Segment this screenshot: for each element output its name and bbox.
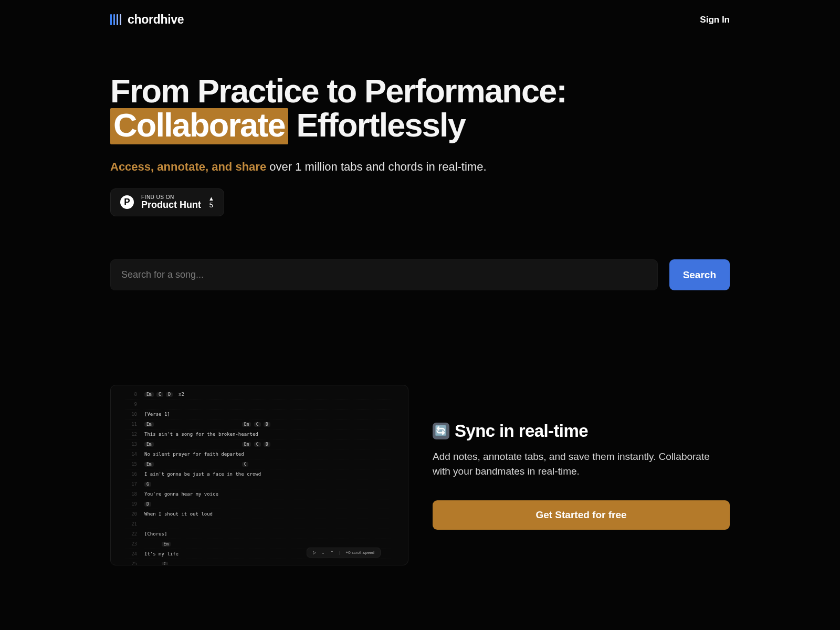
chord-badge: C: [254, 422, 261, 427]
chord-badge: C: [254, 442, 261, 447]
hero-after-highlight: Effortlessly: [288, 107, 465, 143]
hero: From Practice to Performance: Collaborat…: [110, 39, 730, 290]
line-content: Em Em C D: [144, 422, 273, 427]
line-content: [Verse 1]: [144, 412, 170, 417]
line-number: 16: [125, 471, 137, 477]
chord-badge: D: [144, 502, 151, 507]
line-content: Em C D x2: [144, 392, 184, 397]
hero-heading: From Practice to Performance: Collaborat…: [110, 74, 730, 144]
line-number: 20: [125, 511, 137, 517]
editor-line: 20When I shout it out loud: [125, 509, 393, 519]
hero-sub-accent: Access, annotate, and share: [110, 160, 266, 173]
search-input[interactable]: [110, 259, 658, 290]
chord-badge: Em: [144, 442, 154, 447]
editor-line: 17G: [125, 479, 393, 489]
line-number: 8: [125, 392, 137, 397]
feature-sync-body: 🔄 Sync in real-time Add notes, annotate …: [433, 421, 730, 530]
editor-line: 18You're gonna hear my voice: [125, 489, 393, 499]
line-number: 10: [125, 412, 137, 417]
chord-badge: D: [166, 392, 173, 397]
search-button[interactable]: Search: [669, 259, 730, 290]
play-icon[interactable]: ▷: [311, 550, 318, 555]
brand[interactable]: chordhive: [110, 13, 184, 27]
chevron-down-icon[interactable]: ⌄: [320, 550, 327, 555]
chord-badge: Em: [144, 422, 154, 427]
hero-highlight: Collaborate: [110, 108, 288, 144]
line-number: 19: [125, 501, 137, 507]
chord-badge: Em: [144, 462, 154, 467]
editor-line: 14No silent prayer for faith departed: [125, 449, 393, 459]
line-content: When I shout it out loud: [144, 511, 213, 517]
editor-line: 12This ain't a song for the broken-heart…: [125, 429, 393, 439]
editor-line: 8Em C D x2: [125, 390, 393, 400]
line-content: [Chorus]: [144, 531, 167, 537]
feature-sync-desc: Add notes, annotate tabs, and save them …: [433, 449, 730, 479]
hero-subtitle: Access, annotate, and share over 1 milli…: [110, 160, 730, 174]
editor-line: 13Em Em C D: [125, 439, 393, 449]
line-number: 18: [125, 491, 137, 497]
line-number: 13: [125, 442, 137, 447]
chord-badge: D: [264, 422, 270, 427]
sync-icon: 🔄: [433, 423, 449, 439]
line-content: No silent prayer for faith departed: [144, 452, 244, 457]
line-number: 23: [125, 541, 137, 547]
line-content: Em Em C D: [144, 442, 273, 447]
editor-line: 22[Chorus]: [125, 529, 393, 539]
line-number: 17: [125, 481, 137, 487]
line-content: I ain't gonna be just a face in the crow…: [144, 471, 261, 477]
line-number: 24: [125, 551, 137, 556]
product-hunt-vote-count: 5: [208, 202, 214, 209]
editor-preview: 8Em C D x2910[Verse 1]11Em Em C D 12This…: [111, 385, 408, 565]
line-content: Em C: [144, 461, 251, 467]
divider-icon: |: [338, 550, 342, 555]
chord-badge: Em: [242, 422, 251, 427]
editor-line: 11Em Em C D: [125, 419, 393, 429]
line-number: 12: [125, 432, 137, 437]
scroll-speed-label: +0 scroll-speed: [344, 550, 376, 555]
scroll-control[interactable]: ▷ ⌄ ⌃ | +0 scroll-speed: [307, 548, 381, 558]
feature-sync-title-text: Sync in real-time: [455, 421, 588, 441]
editor-line: 19D: [125, 499, 393, 509]
editor-line: 10[Verse 1]: [125, 410, 393, 419]
product-hunt-icon: P: [120, 195, 134, 209]
chord-badge: Em: [144, 392, 154, 397]
feature-sync-title: 🔄 Sync in real-time: [433, 421, 730, 441]
line-content: Em: [144, 541, 174, 547]
editor-line: 16I ain't gonna be just a face in the cr…: [125, 469, 393, 479]
hero-sub-rest: over 1 million tabs and chords in real-t…: [266, 160, 486, 173]
line-number: 11: [125, 422, 137, 427]
editor-line: 9: [125, 400, 393, 410]
line-content: G: [144, 481, 154, 487]
line-number: 22: [125, 531, 137, 537]
product-hunt-votes: ▲ 5: [208, 195, 214, 209]
chord-badge: Em: [162, 542, 171, 547]
brand-logo-icon: [110, 14, 121, 25]
line-number: 21: [125, 521, 137, 527]
editor-line: 25 C: [125, 559, 393, 565]
hero-line1: From Practice to Performance:: [110, 72, 566, 109]
header: chordhive Sign In: [110, 0, 730, 39]
line-content: It's my life: [144, 551, 178, 556]
brand-name: chordhive: [128, 13, 184, 27]
chord-badge: C: [162, 562, 169, 565]
editor-line: 15Em C: [125, 459, 393, 469]
chord-badge: Em: [242, 442, 251, 447]
search-row: Search: [110, 259, 730, 290]
line-content: This ain't a song for the broken-hearted: [144, 432, 258, 437]
product-hunt-big: Product Hunt: [141, 200, 201, 210]
product-hunt-badge[interactable]: P FIND US ON Product Hunt ▲ 5: [110, 188, 224, 216]
feature-sync-preview: 8Em C D x2910[Verse 1]11Em Em C D 12This…: [110, 385, 408, 565]
line-content: D: [144, 501, 154, 507]
chord-badge: D: [264, 442, 270, 447]
feature-sync: 8Em C D x2910[Verse 1]11Em Em C D 12This…: [110, 385, 730, 565]
line-content: C: [144, 561, 171, 565]
signin-link[interactable]: Sign In: [700, 15, 730, 25]
product-hunt-text: FIND US ON Product Hunt: [141, 195, 201, 210]
chevron-up-icon[interactable]: ⌃: [329, 550, 335, 555]
line-number: 25: [125, 561, 137, 565]
line-content: You're gonna hear my voice: [144, 491, 218, 497]
chord-badge: C: [242, 462, 249, 467]
line-number: 9: [125, 402, 137, 407]
line-number: 14: [125, 452, 137, 457]
get-started-button[interactable]: Get Started for free: [433, 500, 730, 530]
